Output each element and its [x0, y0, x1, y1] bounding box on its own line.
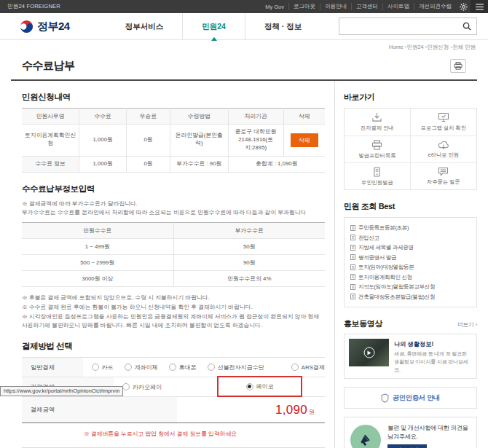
nav-minwon24[interactable]: 민원24	[182, 13, 245, 40]
video-description: 세금, 휴면예금 등 내게 꼭 필요한 생활정보 이미지를 지금 만나보세요.	[394, 350, 472, 374]
best-item-8[interactable]: 건축물대장등초본발급(열람)신청	[350, 292, 471, 302]
best-item-5[interactable]: 토지(임야)대장열람등본	[350, 262, 471, 272]
col-header-postage: 우송료	[127, 109, 170, 125]
radio-ars-circle[interactable]	[291, 363, 299, 371]
breadcrumb-all[interactable]: 전체 민원	[449, 44, 476, 50]
radio-bank-transfer[interactable]: 계좌이체	[125, 363, 158, 372]
application-row: 토지이용계획확인신청 1,000원 0원 온라인발급(본인출력) 종로구 대학민…	[22, 125, 325, 157]
nav-gov-services[interactable]: 정부서비스	[106, 13, 183, 40]
surcharge-1: 50원	[173, 238, 325, 254]
radio-ars[interactable]: ARS결제	[291, 363, 325, 372]
best-item-label: 지방세 세목별 과세증명	[358, 243, 414, 253]
topbar-link-guide[interactable]: 이용안내	[320, 3, 351, 10]
radio-prepaid-label: 선불전자지급수단	[218, 363, 264, 372]
quicklink-e-payment[interactable]: 전자결제 안내	[345, 109, 411, 135]
video-more-link[interactable]: 더보기 ›	[457, 321, 477, 329]
payment-note: ※ 결제버튼을 누르시고 팝업 창에서 결제 정보를 입력하세요	[84, 430, 325, 438]
certificate-guide-banner[interactable]: 공인인증서 안내	[344, 387, 477, 409]
payment-amount-unit: 원	[309, 408, 315, 416]
radio-bank-circle[interactable]	[125, 363, 132, 371]
best-item-label: 지적도(임야도)열람등본교부신청	[358, 282, 435, 292]
best-item-4[interactable]: 병적증명서 발급	[350, 253, 471, 263]
surcharge-row: 3000원 이상 민원수수료의 4%	[22, 270, 325, 286]
search-input[interactable]	[345, 23, 463, 30]
page-title: 수수료납부	[22, 59, 75, 73]
radio-card[interactable]: 카드	[92, 363, 114, 372]
delete-button[interactable]: 삭제	[291, 133, 318, 147]
best-item-3[interactable]: 지방세 세목별 과세증명	[350, 243, 471, 253]
best-item-7[interactable]: 지적도(임야도)열람등본교부신청	[350, 282, 471, 292]
topbar-link-feedback[interactable]: 개선의견수렴	[414, 3, 456, 10]
surcharge-3: 민원수수료의 4%	[173, 270, 325, 286]
radio-bank-label: 계좌이체	[135, 363, 158, 372]
quicklink-label: 발급프린터목록	[358, 152, 395, 160]
radio-kakaopay[interactable]: 카카오페이	[122, 383, 162, 391]
radio-prepaid[interactable]: 선불전자지급수단	[208, 363, 264, 372]
cell-method: 온라인발급(본인출력)	[170, 125, 228, 157]
print-button[interactable]	[450, 59, 466, 73]
radio-kakaopay-label: 카카오페이	[133, 383, 162, 391]
quicklink-printer-list[interactable]: 발급프린터목록	[345, 135, 411, 162]
surcharge-table: 민원수수료 부가수수료 1 ~ 499원 50원 500 ~ 2999원 90원…	[22, 222, 325, 287]
taegeuk-logo-icon	[20, 20, 34, 34]
topbar-link-logout[interactable]: 로그아웃	[288, 3, 320, 10]
col-header-name: 민원사무명	[22, 109, 79, 125]
application-header-row: 민원사무명 수수료 우송료 수령방법 처리기관 삭제	[22, 109, 325, 125]
quicklink-label: 자주묻는 질문	[427, 178, 460, 186]
radio-mobile-label: 휴대폰	[179, 363, 197, 372]
cell-name: 토지이용계획확인신청	[22, 125, 79, 157]
search-bar	[339, 17, 477, 35]
radio-payco[interactable]: 페이코	[246, 382, 274, 390]
e-payment-icon	[371, 112, 382, 122]
quicklink-kiosk[interactable]: 무인민원발급	[345, 162, 411, 189]
hamburger-menu-icon[interactable]	[471, 0, 488, 13]
range-3: 3000원 이상	[22, 270, 173, 286]
quicklink-faq[interactable]: 자주묻는 질문	[411, 162, 477, 189]
video-section-title: 홍보동영상	[344, 318, 382, 329]
radio-card-circle[interactable]	[92, 363, 99, 371]
topbar-link-sitemap[interactable]: 사이트맵	[382, 3, 414, 10]
topbar-link-support[interactable]: 고객센터	[351, 3, 382, 10]
breadcrumb-apply[interactable]: 민원신청	[424, 44, 449, 50]
breadcrumb-minwon24[interactable]: 민원24	[404, 44, 424, 50]
quicklinks-title: 바로가기	[344, 92, 477, 103]
general-payment-row: 일반결제 카드 계좌이체 휴대폰 선불전자지급수단 ARS결제	[22, 358, 325, 377]
video-thumbnail[interactable]	[349, 339, 389, 366]
summary-label: 수수료 정보	[22, 156, 79, 172]
radio-prepaid-circle[interactable]	[208, 363, 215, 371]
cell-agency: 종로구 대학민원2148-1916(토지:2895)	[228, 125, 283, 157]
range-1: 1 ~ 499원	[22, 238, 173, 254]
radio-payco-circle[interactable]	[246, 383, 253, 390]
best-item-label: 토지(임야)대장열람등본	[358, 262, 414, 272]
site-label: 민원24 FOREIGNER	[7, 3, 60, 10]
best-item-label: 토지이용계획확인 신청	[358, 272, 412, 283]
quicklink-label: 프로그램 설치 확인	[421, 125, 466, 132]
fee-note-2: 부가수수료는 수수료를 온라인에서 처리함에 따라 소요되는 비용으로 민원수수…	[22, 208, 325, 217]
gov24-logo[interactable]: 정부24	[20, 20, 70, 34]
radio-kakaopay-circle[interactable]	[122, 383, 130, 390]
best-item-2[interactable]: 전입신고	[350, 233, 471, 243]
logo-text: 정부24	[37, 20, 70, 34]
best-item-label: 주민등록표등본(초본)	[358, 223, 409, 233]
radio-mobile-circle[interactable]	[169, 363, 176, 371]
breadcrumb-home[interactable]: Home	[389, 44, 404, 50]
settings-gear-icon[interactable]	[456, 0, 471, 13]
feedback-go-button[interactable]: 바로가기	[387, 444, 427, 448]
best-item-label: 전입신고	[358, 233, 379, 243]
link-preview-tooltip: https://www.gov.kr/portal/mrfnOpinionClc…	[0, 386, 123, 396]
payment-section-title: 결제방법 선택	[22, 341, 325, 352]
quicklink-program-check[interactable]: 프로그램 설치 확인	[411, 109, 477, 135]
best-item-6[interactable]: 토지이용계획확인 신청	[350, 272, 471, 283]
search-icon[interactable]	[463, 22, 471, 31]
warning-3: ※ 시각장애인용 음성프로그램을 사용하는 민원인은 금융결제원의 계좌이체 서…	[22, 313, 325, 330]
surcharge-col-surcharge: 부가수수료	[173, 222, 325, 238]
quicklink-ehanaro[interactable]: e하나로 민원	[411, 135, 477, 162]
feedback-text: 불편 및 개선사항에 대한 의견을 남겨주세요.	[387, 424, 471, 441]
col-header-agency: 처리기관	[228, 109, 283, 125]
topbar-link-mygov[interactable]: My Gov	[261, 4, 288, 10]
best-item-label: 병적증명서 발급	[358, 253, 396, 263]
nav-policy-info[interactable]: 정책 · 정보	[245, 13, 320, 40]
main-nav: 정부서비스 민원24 정책 · 정보	[106, 13, 321, 40]
radio-mobile[interactable]: 휴대폰	[169, 363, 197, 372]
best-item-1[interactable]: 주민등록표등본(초본)	[350, 223, 471, 233]
